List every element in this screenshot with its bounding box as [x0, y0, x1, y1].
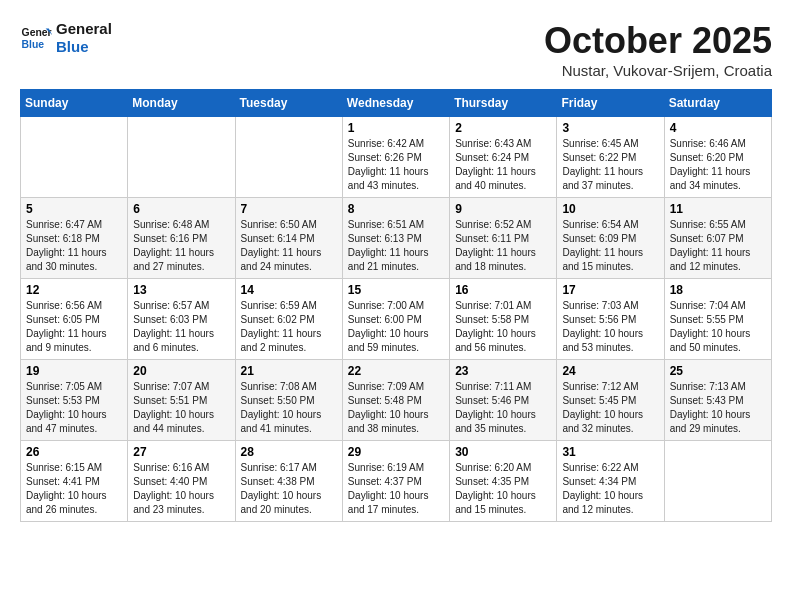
calendar-cell: 16Sunrise: 7:01 AMSunset: 5:58 PMDayligh… — [450, 279, 557, 360]
calendar-cell: 9Sunrise: 6:52 AMSunset: 6:11 PMDaylight… — [450, 198, 557, 279]
calendar-week-row: 1Sunrise: 6:42 AMSunset: 6:26 PMDaylight… — [21, 117, 772, 198]
weekday-header: Sunday — [21, 90, 128, 117]
day-info: Sunrise: 7:09 AMSunset: 5:48 PMDaylight:… — [348, 380, 444, 436]
calendar-cell: 24Sunrise: 7:12 AMSunset: 5:45 PMDayligh… — [557, 360, 664, 441]
day-info: Sunrise: 6:15 AMSunset: 4:41 PMDaylight:… — [26, 461, 122, 517]
calendar-cell: 22Sunrise: 7:09 AMSunset: 5:48 PMDayligh… — [342, 360, 449, 441]
day-number: 23 — [455, 364, 551, 378]
day-info: Sunrise: 7:04 AMSunset: 5:55 PMDaylight:… — [670, 299, 766, 355]
weekday-header: Tuesday — [235, 90, 342, 117]
day-info: Sunrise: 6:56 AMSunset: 6:05 PMDaylight:… — [26, 299, 122, 355]
day-info: Sunrise: 7:01 AMSunset: 5:58 PMDaylight:… — [455, 299, 551, 355]
day-number: 10 — [562, 202, 658, 216]
calendar-cell: 11Sunrise: 6:55 AMSunset: 6:07 PMDayligh… — [664, 198, 771, 279]
calendar-cell: 30Sunrise: 6:20 AMSunset: 4:35 PMDayligh… — [450, 441, 557, 522]
day-info: Sunrise: 7:13 AMSunset: 5:43 PMDaylight:… — [670, 380, 766, 436]
calendar-cell: 14Sunrise: 6:59 AMSunset: 6:02 PMDayligh… — [235, 279, 342, 360]
weekday-header: Friday — [557, 90, 664, 117]
calendar-week-row: 19Sunrise: 7:05 AMSunset: 5:53 PMDayligh… — [21, 360, 772, 441]
day-number: 5 — [26, 202, 122, 216]
day-info: Sunrise: 6:19 AMSunset: 4:37 PMDaylight:… — [348, 461, 444, 517]
day-number: 12 — [26, 283, 122, 297]
day-info: Sunrise: 6:16 AMSunset: 4:40 PMDaylight:… — [133, 461, 229, 517]
title-block: October 2025 Nustar, Vukovar-Srijem, Cro… — [544, 20, 772, 79]
location: Nustar, Vukovar-Srijem, Croatia — [544, 62, 772, 79]
day-info: Sunrise: 6:22 AMSunset: 4:34 PMDaylight:… — [562, 461, 658, 517]
day-info: Sunrise: 6:55 AMSunset: 6:07 PMDaylight:… — [670, 218, 766, 274]
calendar-cell: 8Sunrise: 6:51 AMSunset: 6:13 PMDaylight… — [342, 198, 449, 279]
day-number: 22 — [348, 364, 444, 378]
day-number: 13 — [133, 283, 229, 297]
svg-text:Blue: Blue — [22, 39, 45, 50]
weekday-header: Saturday — [664, 90, 771, 117]
day-number: 15 — [348, 283, 444, 297]
day-number: 16 — [455, 283, 551, 297]
calendar-cell: 27Sunrise: 6:16 AMSunset: 4:40 PMDayligh… — [128, 441, 235, 522]
calendar-cell: 19Sunrise: 7:05 AMSunset: 5:53 PMDayligh… — [21, 360, 128, 441]
day-info: Sunrise: 6:46 AMSunset: 6:20 PMDaylight:… — [670, 137, 766, 193]
calendar-table: SundayMondayTuesdayWednesdayThursdayFrid… — [20, 89, 772, 522]
day-number: 28 — [241, 445, 337, 459]
day-number: 25 — [670, 364, 766, 378]
calendar-cell: 20Sunrise: 7:07 AMSunset: 5:51 PMDayligh… — [128, 360, 235, 441]
day-number: 30 — [455, 445, 551, 459]
logo-text: GeneralBlue — [56, 20, 112, 56]
calendar-cell: 28Sunrise: 6:17 AMSunset: 4:38 PMDayligh… — [235, 441, 342, 522]
weekday-header: Monday — [128, 90, 235, 117]
calendar-cell — [235, 117, 342, 198]
calendar-cell: 25Sunrise: 7:13 AMSunset: 5:43 PMDayligh… — [664, 360, 771, 441]
day-number: 17 — [562, 283, 658, 297]
calendar-cell: 18Sunrise: 7:04 AMSunset: 5:55 PMDayligh… — [664, 279, 771, 360]
day-info: Sunrise: 6:51 AMSunset: 6:13 PMDaylight:… — [348, 218, 444, 274]
day-number: 1 — [348, 121, 444, 135]
calendar-cell: 6Sunrise: 6:48 AMSunset: 6:16 PMDaylight… — [128, 198, 235, 279]
day-number: 4 — [670, 121, 766, 135]
calendar-cell: 23Sunrise: 7:11 AMSunset: 5:46 PMDayligh… — [450, 360, 557, 441]
calendar-cell: 2Sunrise: 6:43 AMSunset: 6:24 PMDaylight… — [450, 117, 557, 198]
day-info: Sunrise: 7:12 AMSunset: 5:45 PMDaylight:… — [562, 380, 658, 436]
day-info: Sunrise: 6:59 AMSunset: 6:02 PMDaylight:… — [241, 299, 337, 355]
day-number: 29 — [348, 445, 444, 459]
weekday-header-row: SundayMondayTuesdayWednesdayThursdayFrid… — [21, 90, 772, 117]
day-number: 11 — [670, 202, 766, 216]
day-info: Sunrise: 6:47 AMSunset: 6:18 PMDaylight:… — [26, 218, 122, 274]
day-info: Sunrise: 7:00 AMSunset: 6:00 PMDaylight:… — [348, 299, 444, 355]
day-info: Sunrise: 6:48 AMSunset: 6:16 PMDaylight:… — [133, 218, 229, 274]
calendar-cell: 15Sunrise: 7:00 AMSunset: 6:00 PMDayligh… — [342, 279, 449, 360]
day-number: 9 — [455, 202, 551, 216]
day-number: 8 — [348, 202, 444, 216]
day-number: 24 — [562, 364, 658, 378]
day-info: Sunrise: 7:07 AMSunset: 5:51 PMDaylight:… — [133, 380, 229, 436]
day-info: Sunrise: 6:54 AMSunset: 6:09 PMDaylight:… — [562, 218, 658, 274]
calendar-cell: 21Sunrise: 7:08 AMSunset: 5:50 PMDayligh… — [235, 360, 342, 441]
day-info: Sunrise: 6:45 AMSunset: 6:22 PMDaylight:… — [562, 137, 658, 193]
day-number: 31 — [562, 445, 658, 459]
calendar-cell: 29Sunrise: 6:19 AMSunset: 4:37 PMDayligh… — [342, 441, 449, 522]
day-number: 2 — [455, 121, 551, 135]
day-info: Sunrise: 6:52 AMSunset: 6:11 PMDaylight:… — [455, 218, 551, 274]
calendar-week-row: 12Sunrise: 6:56 AMSunset: 6:05 PMDayligh… — [21, 279, 772, 360]
day-info: Sunrise: 6:43 AMSunset: 6:24 PMDaylight:… — [455, 137, 551, 193]
page-header: General Blue GeneralBlue October 2025 Nu… — [20, 20, 772, 79]
calendar-cell: 5Sunrise: 6:47 AMSunset: 6:18 PMDaylight… — [21, 198, 128, 279]
day-info: Sunrise: 6:42 AMSunset: 6:26 PMDaylight:… — [348, 137, 444, 193]
calendar-cell: 31Sunrise: 6:22 AMSunset: 4:34 PMDayligh… — [557, 441, 664, 522]
day-number: 7 — [241, 202, 337, 216]
day-number: 19 — [26, 364, 122, 378]
calendar-cell: 10Sunrise: 6:54 AMSunset: 6:09 PMDayligh… — [557, 198, 664, 279]
calendar-cell: 12Sunrise: 6:56 AMSunset: 6:05 PMDayligh… — [21, 279, 128, 360]
calendar-cell — [664, 441, 771, 522]
day-number: 6 — [133, 202, 229, 216]
day-number: 21 — [241, 364, 337, 378]
calendar-cell: 17Sunrise: 7:03 AMSunset: 5:56 PMDayligh… — [557, 279, 664, 360]
day-info: Sunrise: 7:05 AMSunset: 5:53 PMDaylight:… — [26, 380, 122, 436]
day-number: 26 — [26, 445, 122, 459]
weekday-header: Wednesday — [342, 90, 449, 117]
day-info: Sunrise: 6:57 AMSunset: 6:03 PMDaylight:… — [133, 299, 229, 355]
day-info: Sunrise: 7:08 AMSunset: 5:50 PMDaylight:… — [241, 380, 337, 436]
calendar-cell — [21, 117, 128, 198]
calendar-cell: 4Sunrise: 6:46 AMSunset: 6:20 PMDaylight… — [664, 117, 771, 198]
calendar-week-row: 5Sunrise: 6:47 AMSunset: 6:18 PMDaylight… — [21, 198, 772, 279]
weekday-header: Thursday — [450, 90, 557, 117]
logo: General Blue GeneralBlue — [20, 20, 112, 56]
